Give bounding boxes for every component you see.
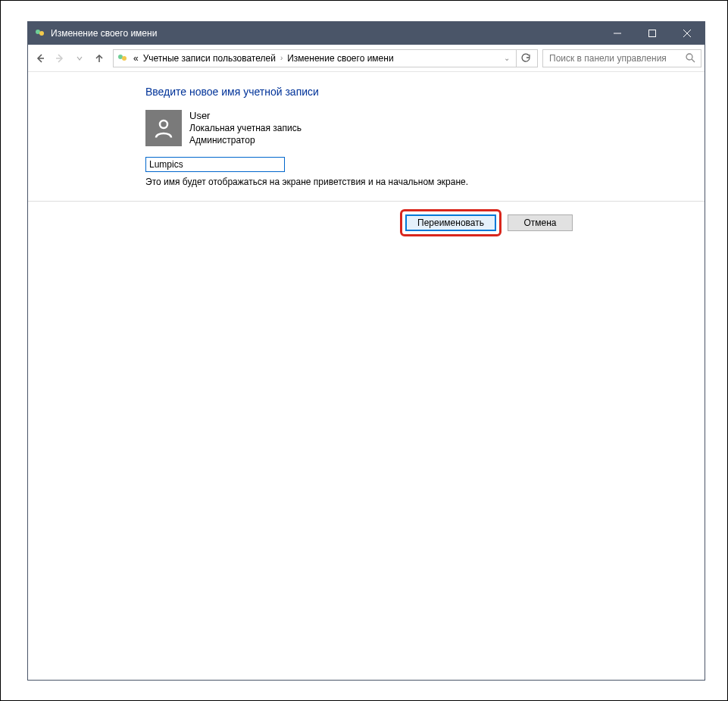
rename-button[interactable]: Переименовать [405,214,496,231]
minimize-button[interactable] [600,22,635,45]
close-button[interactable] [670,22,705,45]
svg-point-11 [686,54,692,60]
hint-text: Это имя будет отображаться на экране при… [145,177,592,187]
back-button[interactable] [31,49,49,67]
highlight-annotation: Переименовать [400,209,501,236]
user-accounts-icon [34,27,46,39]
screenshot-frame: Изменение своего имени [0,0,728,701]
account-name-input[interactable] [145,157,285,172]
search-input[interactable] [548,52,686,64]
chevron-right-icon: › [280,54,283,62]
breadcrumb-seg-2[interactable]: Изменение своего имени [287,53,393,64]
user-name: User [189,110,302,122]
search-icon [686,53,696,64]
svg-line-12 [692,59,695,62]
up-button[interactable] [90,49,108,67]
maximize-button[interactable] [635,22,670,45]
cancel-button[interactable]: Отмена [508,214,573,231]
svg-point-13 [160,120,167,128]
address-bar[interactable]: « Учетные записи пользователей › Изменен… [113,49,538,67]
svg-point-10 [122,56,127,61]
content-area: Введите новое имя учетной записи User Ло… [28,72,705,680]
breadcrumb-seg-1[interactable]: Учетные записи пользователей [143,53,276,64]
recent-button[interactable] [70,49,89,67]
refresh-button[interactable] [516,49,534,67]
user-accounts-icon [117,52,129,64]
navbar: « Учетные записи пользователей › Изменен… [28,45,705,72]
button-row: Переименовать Отмена [28,202,705,236]
user-account-type: Локальная учетная запись [189,122,302,134]
svg-rect-3 [649,30,656,37]
window: Изменение своего имени [27,21,705,681]
user-block: User Локальная учетная запись Администра… [145,110,592,146]
user-info: User Локальная учетная запись Администра… [189,110,302,146]
avatar [145,110,182,146]
breadcrumb-prefix: « [133,53,139,64]
svg-point-1 [39,31,44,36]
user-role: Администратор [189,134,302,146]
window-title: Изменение своего имени [51,28,600,39]
titlebar: Изменение своего имени [28,22,705,45]
chevron-down-icon[interactable]: ⌄ [504,54,510,62]
page-heading: Введите новое имя учетной записи [145,86,592,98]
search-box[interactable] [542,49,701,67]
window-controls [600,22,705,45]
forward-button[interactable] [51,49,69,67]
